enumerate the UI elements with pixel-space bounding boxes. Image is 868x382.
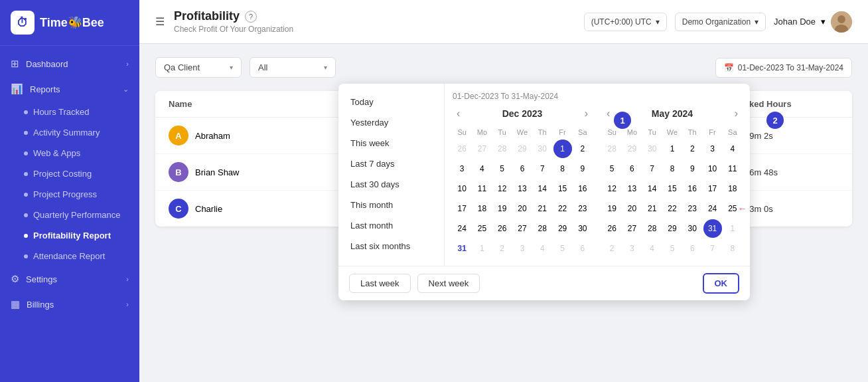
cal-day[interactable]: 28 <box>493 140 512 158</box>
cal-day[interactable]: 19 <box>603 199 621 218</box>
sidebar-item-quarterly-performance[interactable]: Quarterly Performance <box>0 205 139 225</box>
cal-day[interactable]: 28 <box>643 219 662 238</box>
shortcut-last-six-months[interactable]: Last six months <box>338 236 444 256</box>
cal-day[interactable]: 6 <box>622 159 641 178</box>
cal-day[interactable]: 11 <box>723 159 742 178</box>
help-icon[interactable]: ? <box>245 11 257 23</box>
cal-day[interactable]: 30 <box>683 219 701 238</box>
cal-day[interactable]: 12 <box>493 179 512 198</box>
cal-day[interactable]: 11 <box>472 179 491 198</box>
hamburger-icon[interactable]: ☰ <box>155 15 165 28</box>
cal-day[interactable]: 27 <box>513 219 532 238</box>
sidebar-item-billings[interactable]: ▦ Billings › <box>0 292 139 317</box>
cal-day[interactable]: 24 <box>703 199 722 218</box>
cal-day[interactable]: 26 <box>603 219 621 238</box>
cal-prev-icon[interactable]: ‹ <box>603 106 614 121</box>
cal-day[interactable]: 29 <box>513 140 532 158</box>
cal-day[interactable]: 21 <box>533 199 551 218</box>
cal-day[interactable]: 12 <box>603 179 621 198</box>
cal-day[interactable]: 6 <box>513 159 532 178</box>
cal-day[interactable]: 23 <box>683 199 701 218</box>
cal-day[interactable]: 23 <box>573 199 592 218</box>
sidebar-item-settings[interactable]: ⚙ Settings › <box>0 266 139 292</box>
cal-day[interactable]: 3 <box>703 140 722 158</box>
cal-day[interactable]: 31 <box>453 239 471 258</box>
cal-day[interactable]: 29 <box>663 219 682 238</box>
shortcut-last-7-days[interactable]: Last 7 days <box>338 153 444 174</box>
sidebar-item-attendance-report[interactable]: Attendance Report <box>0 246 139 266</box>
org-selector[interactable]: Demo Organization ▾ <box>675 13 766 31</box>
cal-day[interactable]: 4 <box>533 239 551 258</box>
cal-day[interactable]: 6 <box>573 239 592 258</box>
cal-day[interactable]: 2 <box>573 140 592 158</box>
cal-day[interactable]: 7 <box>533 159 551 178</box>
cal-day[interactable]: 16 <box>573 179 592 198</box>
cal-day[interactable]: 4 <box>643 239 662 258</box>
cal-day[interactable]: 15 <box>663 179 682 198</box>
cal-day[interactable]: 6 <box>683 239 701 258</box>
cal-day[interactable]: 3 <box>453 159 471 178</box>
cal-day[interactable]: 9 <box>683 159 701 178</box>
cal-day[interactable]: 30 <box>533 140 551 158</box>
cal-day[interactable]: 10 <box>453 179 471 198</box>
cal-day[interactable]: 1 <box>723 219 742 238</box>
client-filter[interactable]: Qa Client ▾ <box>155 57 242 78</box>
user-menu[interactable]: Johan Doe ▾ <box>774 11 852 33</box>
cal-day-selected[interactable]: 1 <box>553 140 572 158</box>
cal-day[interactable]: 29 <box>622 140 641 158</box>
cal-day[interactable]: 25← <box>723 199 742 218</box>
cal-day[interactable]: 4 <box>472 159 491 178</box>
cal-day[interactable]: 26 <box>453 140 471 158</box>
cal-day[interactable]: 22 <box>663 199 682 218</box>
cal-day[interactable]: 28 <box>533 219 551 238</box>
cal-day[interactable]: 9 <box>573 159 592 178</box>
cal-day[interactable]: 5 <box>603 159 621 178</box>
cal-day[interactable]: 14 <box>643 179 662 198</box>
cal-day[interactable]: 30 <box>643 140 662 158</box>
cal-day[interactable]: 20 <box>513 199 532 218</box>
cal-day[interactable]: 28 <box>603 140 621 158</box>
cal-day[interactable]: 29 <box>553 219 572 238</box>
cal-day[interactable]: 27 <box>622 219 641 238</box>
cal-day[interactable]: 22 <box>553 199 572 218</box>
cal-day[interactable]: 14 <box>533 179 551 198</box>
cal-day[interactable]: 3 <box>622 239 641 258</box>
cal-day[interactable]: 2 <box>683 140 701 158</box>
sidebar-item-dashboard[interactable]: ⊞ Dashbaord › <box>0 51 139 76</box>
cal-day[interactable]: 18 <box>723 179 742 198</box>
sidebar-item-project-costing[interactable]: Project Costing <box>0 163 139 184</box>
date-range-button[interactable]: 📅 01-Dec-2023 To 31-May-2024 <box>715 58 852 78</box>
cal-day[interactable]: 10 <box>703 159 722 178</box>
sidebar-item-profitability-report[interactable]: Profitability Report <box>0 225 139 246</box>
shortcut-today[interactable]: Today <box>338 92 444 112</box>
cal-day[interactable]: 17 <box>703 179 722 198</box>
cal-day[interactable]: 15 <box>553 179 572 198</box>
cal-prev-icon[interactable]: ‹ <box>453 106 464 121</box>
cal-next-icon[interactable]: › <box>581 106 592 121</box>
timezone-selector[interactable]: (UTC+0:00) UTC ▾ <box>584 13 667 31</box>
shortcut-yesterday[interactable]: Yesterday <box>338 112 444 133</box>
cal-day[interactable]: 5 <box>493 159 512 178</box>
cal-day[interactable]: 5 <box>553 239 572 258</box>
cal-day[interactable]: 26 <box>493 219 512 238</box>
cal-next-icon[interactable]: › <box>731 106 742 121</box>
cal-day[interactable]: 19 <box>493 199 512 218</box>
cal-day[interactable]: 17 <box>453 199 471 218</box>
shortcut-last-30-days[interactable]: Last 30 days <box>338 174 444 195</box>
cal-day-selected[interactable]: 31 <box>703 219 722 238</box>
last-week-button[interactable]: Last week <box>349 274 411 293</box>
sidebar-item-hours-tracked[interactable]: Hours Tracked <box>0 102 139 122</box>
next-week-button[interactable]: Next week <box>417 274 480 293</box>
cal-day[interactable]: 13 <box>513 179 532 198</box>
cal-day[interactable]: 13 <box>622 179 641 198</box>
cal-day[interactable]: 4 <box>723 140 742 158</box>
sidebar-item-web-apps[interactable]: Web & Apps <box>0 143 139 163</box>
cal-day[interactable]: 18 <box>472 199 491 218</box>
ok-button[interactable]: OK <box>703 273 740 294</box>
cal-day[interactable]: 21 <box>643 199 662 218</box>
cal-day[interactable]: 8 <box>553 159 572 178</box>
cal-day[interactable]: 25 <box>472 219 491 238</box>
shortcut-this-month[interactable]: This month <box>338 195 444 215</box>
cal-day[interactable]: 7 <box>703 239 722 258</box>
cal-day[interactable]: 8 <box>663 159 682 178</box>
